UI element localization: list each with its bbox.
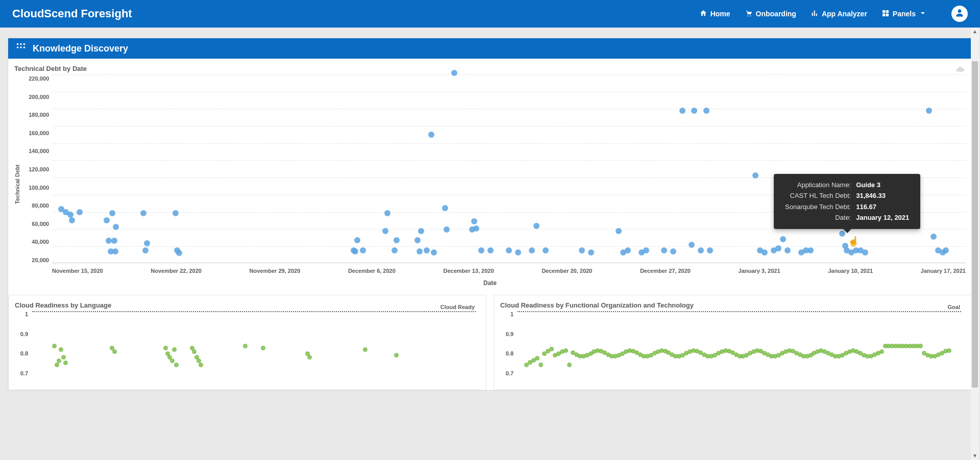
svg-point-15 — [23, 46, 26, 48]
data-point[interactable] — [176, 250, 182, 256]
data-point[interactable] — [173, 210, 179, 216]
data-point[interactable] — [352, 248, 358, 254]
data-point[interactable] — [579, 247, 585, 253]
data-point[interactable] — [391, 247, 398, 253]
data-point[interactable] — [418, 228, 424, 234]
data-point[interactable] — [535, 356, 540, 361]
y-tick: 60,000 — [23, 221, 49, 227]
data-point[interactable] — [140, 210, 146, 216]
data-point[interactable] — [163, 346, 168, 350]
data-point[interactable] — [243, 344, 248, 348]
data-point[interactable] — [698, 247, 704, 253]
nav-panels[interactable]: Panels — [881, 9, 927, 19]
data-point[interactable] — [471, 218, 477, 224]
chart3-plot-area[interactable]: Goal — [518, 311, 961, 376]
data-point[interactable] — [394, 237, 400, 243]
data-point[interactable] — [59, 347, 63, 352]
data-point[interactable] — [444, 226, 450, 233]
data-point[interactable] — [588, 249, 594, 255]
data-point[interactable] — [192, 349, 197, 354]
vertical-scrollbar[interactable]: ▲ ▼ — [971, 28, 979, 460]
data-point[interactable] — [57, 359, 61, 363]
data-point[interactable] — [703, 108, 709, 114]
data-point[interactable] — [77, 209, 83, 215]
data-point[interactable] — [63, 361, 68, 365]
data-point[interactable] — [394, 353, 399, 357]
data-point[interactable] — [451, 70, 457, 76]
data-point[interactable] — [261, 346, 265, 350]
chart1-plot-area[interactable]: November 15, 2020November 22, 2020Novemb… — [52, 74, 966, 263]
data-point[interactable] — [533, 223, 540, 229]
data-point[interactable] — [354, 237, 360, 243]
data-point[interactable] — [384, 210, 390, 216]
data-point[interactable] — [360, 247, 366, 253]
data-point[interactable] — [807, 247, 814, 253]
data-point[interactable] — [529, 247, 535, 253]
scrollbar-thumb[interactable] — [972, 61, 978, 388]
data-point[interactable] — [307, 355, 312, 360]
nav-app-analyzer[interactable]: App Analyzer — [811, 9, 867, 19]
data-point[interactable] — [61, 355, 66, 360]
data-point[interactable] — [689, 242, 695, 248]
data-point[interactable] — [144, 240, 150, 246]
data-point[interactable] — [564, 348, 568, 353]
scroll-down-arrow-icon[interactable]: ▼ — [971, 452, 979, 460]
nav-onboarding[interactable]: Onboarding — [745, 9, 796, 19]
data-point[interactable] — [382, 228, 388, 234]
data-point[interactable] — [879, 349, 884, 354]
data-point[interactable] — [918, 344, 923, 348]
data-point[interactable] — [52, 344, 57, 348]
data-point[interactable] — [363, 347, 368, 352]
data-point[interactable] — [67, 212, 74, 218]
data-point[interactable] — [670, 248, 676, 254]
data-point[interactable] — [515, 249, 521, 255]
data-point[interactable] — [69, 217, 75, 223]
data-point[interactable] — [55, 363, 59, 367]
data-point[interactable] — [643, 247, 649, 253]
data-point[interactable] — [172, 347, 177, 352]
data-point[interactable] — [431, 249, 437, 255]
data-point[interactable] — [691, 108, 697, 114]
data-point[interactable] — [549, 347, 554, 351]
data-point[interactable] — [487, 247, 494, 253]
data-point[interactable] — [506, 247, 512, 253]
data-point[interactable] — [473, 225, 479, 232]
data-point[interactable] — [947, 348, 951, 353]
data-point[interactable] — [424, 247, 430, 253]
data-point[interactable] — [775, 245, 781, 251]
data-point[interactable] — [567, 363, 572, 367]
data-point[interactable] — [707, 247, 713, 253]
data-point[interactable] — [862, 249, 868, 255]
data-point[interactable] — [428, 132, 434, 138]
data-point[interactable] — [625, 247, 631, 253]
data-point[interactable] — [112, 349, 117, 354]
user-avatar[interactable] — [951, 6, 968, 22]
data-point[interactable] — [111, 238, 117, 244]
data-point[interactable] — [142, 247, 149, 253]
data-point[interactable] — [930, 234, 937, 240]
data-point[interactable] — [752, 172, 758, 178]
data-point[interactable] — [679, 108, 685, 114]
data-point[interactable] — [543, 247, 549, 253]
data-point[interactable] — [762, 249, 768, 255]
data-point[interactable] — [780, 236, 786, 242]
data-point[interactable] — [414, 237, 421, 243]
data-point[interactable] — [416, 248, 423, 254]
data-point[interactable] — [538, 363, 543, 367]
data-point[interactable] — [442, 205, 448, 211]
data-point[interactable] — [199, 363, 203, 367]
data-point[interactable] — [943, 247, 949, 253]
data-point[interactable] — [661, 247, 667, 253]
data-point[interactable] — [616, 228, 622, 234]
data-point[interactable] — [174, 363, 179, 367]
data-point[interactable] — [785, 247, 791, 253]
scroll-up-arrow-icon[interactable]: ▲ — [971, 28, 979, 36]
data-point[interactable] — [112, 248, 118, 254]
chart2-plot-area[interactable]: Cloud Ready — [32, 311, 476, 376]
data-point[interactable] — [926, 108, 932, 114]
data-point[interactable] — [170, 359, 175, 363]
nav-home[interactable]: Home — [699, 9, 730, 19]
data-point[interactable] — [104, 217, 110, 223]
data-point[interactable] — [478, 247, 484, 253]
data-point[interactable] — [109, 210, 115, 216]
